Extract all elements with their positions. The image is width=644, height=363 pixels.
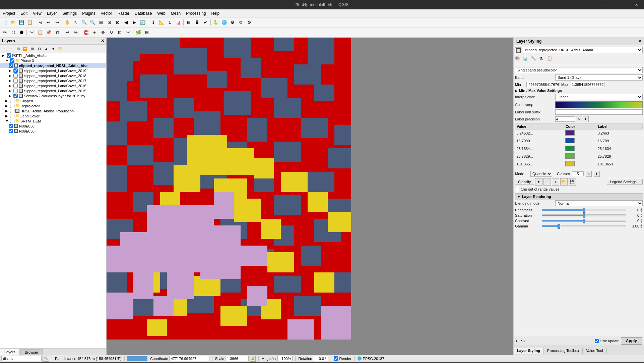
expand-lc2017-icon[interactable]: ▶	[9, 79, 13, 83]
plugin3-button[interactable]: ⚙	[245, 18, 253, 27]
python-button[interactable]: 🐍	[212, 18, 220, 27]
layer-item-reprojected[interactable]: ▶ 📁 Reprojected	[0, 103, 106, 108]
layer-checkbox-eth[interactable]	[7, 53, 11, 58]
layer-item-clipped-grp[interactable]: ▶ 📁 Clipped	[0, 98, 106, 103]
georef-button[interactable]: ⊞	[143, 29, 151, 37]
color-ramp-load-icon[interactable]: 📂	[560, 178, 568, 186]
map-canvas[interactable]	[107, 38, 513, 355]
layer-item-lc2019[interactable]: ▶ 🔲 clipped_reprojected_LandCover_2019	[0, 68, 106, 73]
brightness-down-icon[interactable]: ▼	[640, 210, 643, 212]
style-icon-3[interactable]: 🔧	[531, 56, 538, 63]
menu-mesh[interactable]: Mesh	[168, 10, 183, 16]
minmax-settings-row[interactable]: ▶ Min / Max Value Settings	[515, 89, 643, 93]
layers-up-button[interactable]: ▲	[43, 45, 50, 52]
expand-srtm-icon[interactable]: ▼	[5, 119, 10, 123]
menu-project[interactable]: Project	[0, 10, 18, 16]
brightness-track[interactable]	[542, 209, 626, 211]
globe-button[interactable]: 🌐	[220, 18, 228, 27]
save-project-button[interactable]: 💾	[17, 18, 25, 27]
table-row[interactable]: 3.24632... 3.2463	[515, 129, 643, 137]
min-input[interactable]	[526, 82, 560, 87]
style-icon-4[interactable]: ⚗	[539, 56, 546, 63]
layer-checkbox-lc2016[interactable]	[13, 84, 18, 88]
expand-clipped-icon[interactable]: ▶	[5, 99, 10, 103]
style-icon-5[interactable]: 📋	[547, 56, 555, 63]
color-swatch-2[interactable]	[565, 146, 575, 151]
layer-checkbox-n09e038[interactable]	[9, 129, 13, 133]
layer-checkbox-lc2017[interactable]	[13, 79, 18, 83]
layer-item-n09e038[interactable]: 🔲 N09E038	[0, 128, 106, 134]
table-row[interactable]: 23.1634... 23.1634	[515, 145, 643, 153]
move-button[interactable]: ⊕	[99, 29, 107, 37]
copy-button[interactable]: 📋	[36, 29, 44, 37]
add-feature-button[interactable]: +	[90, 29, 99, 37]
color-cell[interactable]	[564, 160, 596, 168]
layer-item-lc2017[interactable]: ▶ 🔲 clipped_reprojected_LandCover_2017	[0, 78, 106, 83]
layers-filter-button[interactable]: 🔽	[22, 45, 28, 52]
layers-down-button[interactable]: ▼	[50, 45, 57, 52]
label-unit-input[interactable]	[555, 109, 643, 115]
menu-edit[interactable]: Edit	[18, 10, 30, 16]
layer-checkbox-sentinel[interactable]	[13, 94, 18, 98]
layer-item-phase3[interactable]: ▼ 📁 Phase 3	[0, 58, 106, 63]
undo2-button[interactable]: ↩	[63, 29, 71, 37]
clip-checkbox[interactable]	[515, 187, 519, 191]
tab-layers[interactable]: Layers	[0, 349, 20, 355]
menu-web[interactable]: Web	[154, 10, 168, 16]
redo2-button[interactable]: ↪	[72, 29, 80, 37]
label-precision-input[interactable]	[555, 116, 575, 122]
layer-name-selector[interactable]: clipped_reprojected_HRSL_Addis_Ababa	[523, 47, 643, 53]
legend-settings-button[interactable]: Legend Settings...	[607, 179, 643, 185]
layer-checkbox-hrsl-pop[interactable]	[10, 109, 14, 113]
layer-item-lc2018[interactable]: ▶ 🔲 clipped_reprojected_LandCover_2018	[0, 73, 106, 78]
delete-button[interactable]: 🗑	[53, 29, 61, 37]
zoom-selection-button[interactable]: ⊡	[105, 18, 113, 27]
tab-browser[interactable]: Browser	[20, 349, 43, 355]
color-ramp-reverse-icon[interactable]: ↕	[552, 178, 559, 186]
redo-button[interactable]: ↪	[53, 18, 61, 27]
layer-checkbox-hrsl[interactable]	[9, 63, 13, 68]
saturation-track[interactable]	[542, 214, 626, 216]
layer-checkbox-lc2018[interactable]	[13, 73, 18, 78]
brightness-thumb[interactable]	[583, 208, 585, 213]
rendering-expand-icon[interactable]: ▼	[517, 195, 521, 199]
expand-reprojected-icon[interactable]: ▶	[5, 104, 10, 108]
zoom-layer-button[interactable]: ⊠	[114, 18, 122, 27]
menu-help[interactable]: Help	[209, 10, 222, 16]
scale-lock-icon[interactable]: 🔒	[250, 356, 256, 362]
blending-mode-selector[interactable]: Normal	[555, 200, 643, 206]
expand-phase3-icon[interactable]: ▼	[5, 59, 10, 62]
max-input[interactable]	[571, 82, 604, 87]
refresh-button[interactable]: 🔄	[139, 18, 147, 27]
search-button[interactable]: 🔍	[43, 356, 49, 362]
layer-item-eth[interactable]: ▶ 🗺 ETH_Addis_Ababa	[0, 53, 106, 58]
close-button[interactable]: ✕	[629, 0, 644, 9]
saturation-thumb[interactable]	[583, 213, 585, 218]
render-type-selector[interactable]: Singleband pseudocolor	[515, 67, 643, 73]
layer-checkbox-srtm[interactable]	[10, 119, 14, 123]
menu-view[interactable]: View	[30, 10, 44, 16]
layer-item-srtm[interactable]: ▼ 📁 SRTM_DEM	[0, 118, 106, 123]
save-as-button[interactable]: 📋	[26, 18, 34, 27]
color-cell[interactable]	[564, 153, 596, 160]
style-icon-1[interactable]: 🎨	[515, 56, 522, 63]
layer-item-n08e038[interactable]: 🔲 N08E038	[0, 123, 106, 128]
classes-input[interactable]	[572, 171, 584, 176]
classify-button[interactable]: Classify	[515, 179, 534, 185]
expand-hrsl-pop-icon[interactable]: ▶	[5, 109, 10, 113]
layer-checkbox-phase3[interactable]	[10, 58, 14, 63]
color-ramp-save-icon[interactable]: 💾	[569, 178, 576, 186]
zoom-out-button[interactable]: 🔍	[88, 18, 96, 27]
apply-button[interactable]: Apply	[621, 337, 642, 345]
layers-expand-button[interactable]: ⊞	[29, 45, 36, 52]
zoom-full-button[interactable]: ⊞	[97, 18, 105, 27]
attribute-table-button[interactable]: ⊞	[185, 18, 193, 27]
zoom-last-button[interactable]: ◀	[122, 18, 130, 27]
rp-tab-value-tool[interactable]: Value Tool	[583, 348, 606, 354]
layer-checkbox-reprojected[interactable]	[10, 104, 14, 108]
edit-pencil-button[interactable]: ✏	[1, 29, 9, 37]
layer-item-hrsl-pop[interactable]: ▶ 🔲 HRSL_Addis_Ababa_Population	[0, 108, 106, 113]
sum-button[interactable]: Σ	[166, 18, 174, 27]
menu-database[interactable]: Database	[132, 10, 154, 16]
layers-open-attr-button[interactable]: ⊞	[15, 45, 21, 52]
